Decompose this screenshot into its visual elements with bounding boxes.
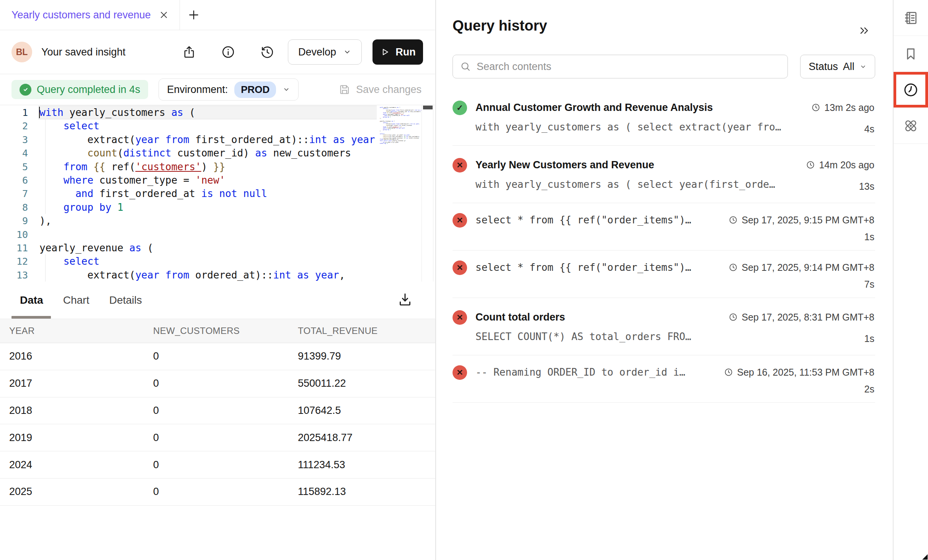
history-item-main: Annual Customer Growth and Revenue Analy… bbox=[475, 100, 803, 135]
history-item-title: Annual Customer Growth and Revenue Analy… bbox=[475, 100, 803, 115]
history-item[interactable]: ✕ -- Renaming ORDER_ID to order_id i… Se… bbox=[453, 355, 875, 403]
editor-code[interactable]: with yearly_customers as ( select extrac… bbox=[39, 106, 376, 282]
table-row: 2018 0 107642.5 bbox=[0, 397, 435, 425]
develop-button[interactable]: Develop bbox=[288, 39, 362, 65]
results-table-body: 2016 0 91399.79 2017 0 550011.22 2018 0 … bbox=[0, 343, 435, 506]
history-item-timestamp: Sep 17, 2025, 9:14 PM GMT+8 bbox=[742, 260, 874, 275]
results-table-header: YEAR NEW_CUSTOMERS TOTAL_REVENUE bbox=[0, 319, 435, 343]
query-history-clock-icon bbox=[903, 82, 919, 98]
cell-total-revenue: 2025418.77 bbox=[298, 432, 435, 444]
rail-item-canvas[interactable] bbox=[894, 108, 928, 144]
text-cursor bbox=[39, 107, 40, 118]
cell-year: 2024 bbox=[9, 459, 153, 471]
editor-gutter: 1234567891011121314151617181920212223242… bbox=[0, 106, 38, 282]
history-item-meta: Sep 17, 2025, 9:15 PM GMT+8 1s bbox=[729, 212, 874, 243]
status-bar: Query completed in 4s Environment: PROD … bbox=[0, 74, 435, 105]
table-row: 2024 0 111234.53 bbox=[0, 451, 435, 479]
history-item-main: -- Renaming ORDER_ID to order_id i… bbox=[475, 365, 716, 395]
search-box[interactable] bbox=[453, 55, 788, 78]
clock-icon bbox=[724, 368, 733, 377]
info-icon bbox=[221, 45, 235, 59]
history-item-timestamp: Sep 16, 2025, 11:53 PM GMT+8 bbox=[737, 365, 874, 380]
status-icon: ✕ bbox=[453, 260, 467, 275]
environment-label: Environment: bbox=[167, 84, 228, 96]
download-results-button[interactable] bbox=[397, 291, 414, 308]
cell-year: 2017 bbox=[9, 378, 153, 389]
history-item-time: 13m 2s ago bbox=[811, 100, 874, 115]
search-icon bbox=[460, 61, 471, 72]
environment-selector[interactable]: Environment: PROD bbox=[158, 78, 299, 101]
clock-icon bbox=[729, 215, 738, 225]
version-history-button[interactable] bbox=[260, 44, 275, 60]
chevron-down-icon bbox=[283, 86, 290, 93]
scrollbar-thumb[interactable] bbox=[423, 106, 433, 109]
history-item-time: 14m 20s ago bbox=[806, 157, 874, 173]
history-item-timestamp: Sep 17, 2025, 8:31 PM GMT+8 bbox=[742, 309, 874, 325]
editor-minimap[interactable]: with yearly_customers as ( select extrac… bbox=[380, 107, 421, 280]
cell-new-customers: 0 bbox=[153, 378, 298, 389]
history-item[interactable]: ✕ Count total orders SELECT COUNT(*) AS … bbox=[453, 298, 875, 355]
status-filter-dropdown[interactable]: Status All bbox=[800, 55, 875, 78]
run-label: Run bbox=[395, 46, 415, 58]
history-item[interactable]: ✓ Annual Customer Growth and Revenue Ana… bbox=[453, 88, 875, 146]
tab-data[interactable]: Data bbox=[20, 294, 43, 306]
cell-total-revenue: 111234.53 bbox=[298, 459, 435, 471]
tab-yearly-customers-and-revenue[interactable]: Yearly customers and revenue bbox=[0, 0, 180, 30]
right-rail bbox=[893, 0, 928, 560]
share-icon bbox=[182, 45, 196, 59]
save-icon bbox=[338, 83, 351, 96]
info-button[interactable] bbox=[221, 44, 236, 60]
avatar: BL bbox=[11, 42, 32, 62]
sql-editor[interactable]: 1234567891011121314151617181920212223242… bbox=[0, 105, 435, 282]
editor-scrollbar[interactable] bbox=[422, 105, 433, 282]
chevron-down-icon bbox=[859, 63, 867, 70]
new-tab-button[interactable] bbox=[180, 0, 207, 30]
editor-panel: Yearly customers and revenue BL Your sav… bbox=[0, 0, 435, 560]
cell-year: 2019 bbox=[9, 432, 153, 444]
history-item-main: Yearly New Customers and Revenue with ye… bbox=[475, 157, 797, 192]
cell-total-revenue: 115892.13 bbox=[298, 486, 435, 498]
download-icon bbox=[397, 291, 413, 308]
history-item-title: select * from {{ ref("order_items")… bbox=[475, 260, 720, 275]
clock-icon bbox=[811, 103, 820, 112]
history-item[interactable]: ✕ select * from {{ ref("order_items")… S… bbox=[453, 203, 875, 251]
status-icon: ✕ bbox=[453, 158, 467, 173]
clock-icon bbox=[806, 160, 815, 169]
active-tab-indicator bbox=[11, 316, 51, 319]
rail-item-bookmarks[interactable] bbox=[894, 36, 928, 72]
history-item[interactable]: ✕ select * from {{ ref("order_items")… S… bbox=[453, 251, 875, 298]
environment-value-badge: PROD bbox=[234, 81, 276, 98]
clock-icon bbox=[729, 263, 738, 272]
collapse-panel-button[interactable] bbox=[858, 23, 873, 38]
tab-title: Yearly customers and revenue bbox=[11, 9, 151, 21]
history-item-duration: 4s bbox=[811, 124, 874, 135]
cell-year: 2016 bbox=[9, 350, 153, 362]
history-item-meta: Sep 17, 2025, 9:14 PM GMT+8 7s bbox=[729, 260, 874, 290]
search-input[interactable] bbox=[477, 61, 781, 73]
chevrons-right-icon bbox=[858, 24, 871, 37]
cell-new-customers: 0 bbox=[153, 432, 298, 444]
chevron-down-icon bbox=[343, 48, 351, 56]
history-item-title: Count total orders bbox=[475, 309, 720, 325]
status-icon: ✓ bbox=[453, 101, 467, 115]
save-changes-label: Save changes bbox=[356, 84, 422, 96]
rail-item-query-history[interactable] bbox=[894, 72, 928, 108]
column-year: YEAR bbox=[9, 326, 153, 336]
rail-item-notebook[interactable] bbox=[894, 0, 928, 36]
share-button[interactable] bbox=[181, 44, 197, 60]
results-tab-bar: Data Chart Details bbox=[0, 282, 435, 319]
close-icon[interactable] bbox=[158, 9, 170, 21]
history-item-duration: 2s bbox=[724, 384, 874, 395]
tab-details[interactable]: Details bbox=[109, 294, 142, 306]
table-row: 2016 0 91399.79 bbox=[0, 343, 435, 370]
run-button[interactable]: Run bbox=[373, 39, 423, 65]
history-item[interactable]: ✕ Yearly New Customers and Revenue with … bbox=[453, 146, 875, 203]
save-changes-button[interactable]: Save changes bbox=[338, 83, 422, 96]
history-item-timestamp: 14m 20s ago bbox=[819, 157, 874, 173]
column-total-revenue: TOTAL_REVENUE bbox=[298, 326, 435, 336]
tab-bar: Yearly customers and revenue bbox=[0, 0, 435, 30]
cell-year: 2018 bbox=[9, 405, 153, 417]
develop-label: Develop bbox=[298, 46, 336, 58]
clock-icon bbox=[729, 313, 738, 322]
tab-chart[interactable]: Chart bbox=[63, 294, 89, 306]
